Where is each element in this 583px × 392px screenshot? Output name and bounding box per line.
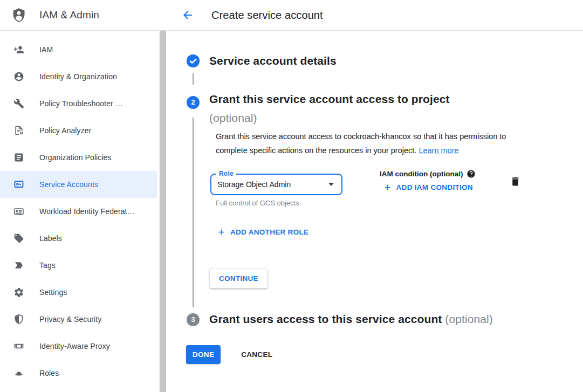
sidebar-item-workload-identity-federation[interactable]: Workload Identity Federat… xyxy=(0,198,157,225)
hat-icon xyxy=(13,368,24,379)
article-icon xyxy=(13,152,24,163)
role-selected-value: Storage Object Admin xyxy=(217,180,291,189)
learn-more-link[interactable]: Learn more xyxy=(419,146,458,155)
service-account-key-icon xyxy=(13,179,24,190)
sidebar-item-label: Labels xyxy=(39,234,62,243)
sidebar-scrollbar[interactable] xyxy=(160,31,166,392)
step3-title-text: Grant users access to this service accou… xyxy=(209,313,442,325)
help-icon[interactable] xyxy=(467,169,476,178)
sidebar-item-identity-organization[interactable]: Identity & Organization xyxy=(0,63,157,90)
sidebar-item-label: Policy Troubleshooter … xyxy=(39,99,123,108)
add-another-role-button[interactable]: ADD ANOTHER ROLE xyxy=(217,228,308,237)
step2-title: Grant this service account access to pro… xyxy=(209,90,450,127)
sidebar-item-label: Settings xyxy=(39,288,67,297)
page-title: Create service account xyxy=(211,9,323,22)
sidebar-item-label: Tags xyxy=(39,261,56,270)
create-service-account-form: Service account details 2 Grant this ser… xyxy=(168,31,583,392)
gear-icon xyxy=(13,287,24,298)
step2-badge: 2 xyxy=(187,96,200,109)
product-header: IAM & Admin xyxy=(0,0,168,30)
step3-title: Grant users access to this service accou… xyxy=(209,312,493,326)
done-button[interactable]: DONE xyxy=(186,345,221,364)
add-iam-condition-label: ADD IAM CONDITION xyxy=(396,183,473,191)
plus-icon xyxy=(383,183,392,192)
back-arrow-icon[interactable] xyxy=(181,9,194,22)
sidebar-item-label: Roles xyxy=(39,369,59,377)
policy-analyzer-icon xyxy=(13,125,24,136)
cancel-button[interactable]: CANCEL xyxy=(241,350,272,359)
sidebar: IAM Identity & Organization Policy Troub… xyxy=(0,31,168,392)
top-bar: IAM & Admin Create service account xyxy=(0,0,583,31)
role-select[interactable]: Role Storage Object Admin xyxy=(210,174,342,195)
sidebar-item-label: Policy Analyzer xyxy=(39,126,91,135)
role-helper-text: Full control of GCS objects. xyxy=(216,199,301,207)
page-header: Create service account xyxy=(168,0,583,30)
step-connector xyxy=(193,118,194,307)
sidebar-item-service-accounts[interactable]: Service Accounts xyxy=(0,171,157,198)
sidebar-item-policy-troubleshooter[interactable]: Policy Troubleshooter … xyxy=(0,90,157,117)
step2-description-text: Grant this service account access to coc… xyxy=(216,132,506,155)
step1-title: Service account details xyxy=(209,54,337,68)
step3-badge: 3 xyxy=(187,313,200,326)
sidebar-item-iam[interactable]: IAM xyxy=(0,36,157,63)
sidebar-item-label: IAM xyxy=(39,45,53,54)
person-add-icon xyxy=(13,44,24,55)
sidebar-item-labels[interactable]: Labels xyxy=(0,225,157,252)
label-tag-icon xyxy=(13,233,24,244)
iam-condition-section: IAM condition (optional) ADD IAM CONDITI… xyxy=(380,169,476,192)
account-circle-icon xyxy=(13,71,24,82)
iam-admin-console: IAM & Admin Create service account IAM I… xyxy=(0,0,583,392)
sidebar-item-label: Privacy & Security xyxy=(39,315,101,324)
sidebar-item-roles[interactable]: Roles xyxy=(0,360,157,387)
step-connector xyxy=(193,73,194,85)
app-title: IAM & Admin xyxy=(39,9,99,21)
sidebar-item-label: Identity & Organization xyxy=(39,72,117,81)
step2-description: Grant this service account access to coc… xyxy=(216,130,536,157)
sidebar-item-tags[interactable]: Tags xyxy=(0,252,157,279)
sidebar-item-label: Identity-Aware Proxy xyxy=(39,342,110,350)
chevron-down-icon xyxy=(328,183,334,186)
add-another-role-label: ADD ANOTHER ROLE xyxy=(230,228,308,236)
sidebar-item-organization-policies[interactable]: Organization Policies xyxy=(0,144,157,171)
add-iam-condition-button[interactable]: ADD IAM CONDITION xyxy=(383,183,473,192)
plus-icon xyxy=(217,228,226,237)
sidebar-item-identity-aware-proxy[interactable]: Identity-Aware Proxy xyxy=(0,333,157,360)
delete-role-trash-icon[interactable] xyxy=(510,175,522,187)
step1-check-icon xyxy=(187,54,200,67)
role-field-label: Role xyxy=(216,170,236,177)
sidebar-item-label: Service Accounts xyxy=(39,180,98,189)
sidebar-item-privacy-security[interactable]: Privacy & Security xyxy=(0,306,157,333)
step3-optional-label: (optional) xyxy=(445,313,493,325)
iam-shield-logo-icon xyxy=(11,7,26,23)
sidebar-item-label: Organization Policies xyxy=(39,153,112,162)
form-actions: DONE CANCEL xyxy=(186,345,272,364)
sidebar-item-label: Workload Identity Federat… xyxy=(39,207,135,216)
identity-card-icon xyxy=(13,206,24,217)
step2-optional-label: (optional) xyxy=(209,108,450,127)
iam-condition-label: IAM condition (optional) xyxy=(380,170,463,178)
shield-icon xyxy=(13,314,24,325)
sidebar-item-settings[interactable]: Settings xyxy=(0,279,157,306)
sidebar-item-policy-analyzer[interactable]: Policy Analyzer xyxy=(0,117,157,144)
continue-button[interactable]: CONTINUE xyxy=(210,269,268,288)
step2-title-text: Grant this service account access to pro… xyxy=(209,90,450,108)
wrench-icon xyxy=(13,98,24,109)
tag-arrow-icon xyxy=(13,260,24,271)
proxy-icon xyxy=(13,341,24,352)
